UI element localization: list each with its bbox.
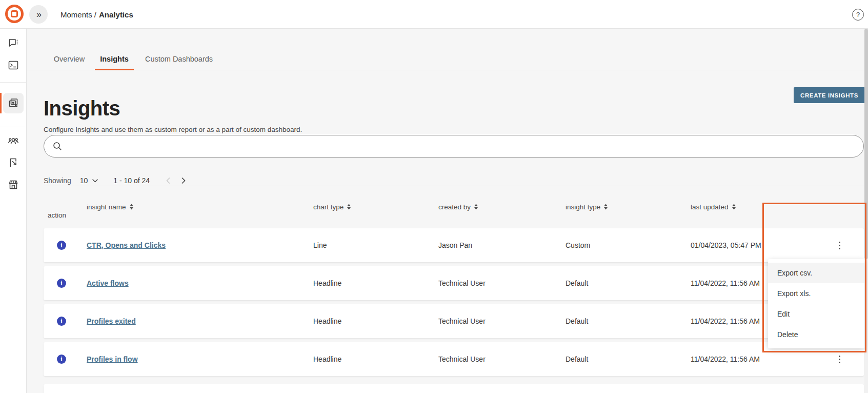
page-description: Configure Insights and use them as custo…: [44, 126, 302, 133]
search-bar[interactable]: [44, 135, 864, 158]
sidebar-separator: [0, 127, 26, 127]
chart-type-cell: Headline: [313, 317, 438, 325]
search-icon: [52, 141, 63, 151]
next-page-button[interactable]: [178, 175, 189, 186]
chart-type-cell: Headline: [313, 279, 438, 287]
sidebar-separator: [0, 82, 26, 83]
moments-flows-icon: [7, 97, 19, 109]
column-label: created by: [438, 203, 471, 211]
page-title: Insights: [44, 95, 120, 122]
insight-name-link[interactable]: CTR, Opens and Clicks: [79, 241, 166, 249]
tab-overview[interactable]: Overview: [49, 49, 90, 70]
table-row: i Active flows Headline Technical User D…: [44, 266, 864, 300]
insight-type-cell: Default: [566, 317, 691, 325]
table-row-partial: [44, 384, 864, 393]
insight-name-link[interactable]: Active flows: [79, 279, 129, 287]
scrollbar-thumb[interactable]: [864, 29, 868, 259]
chevron-down-icon: [92, 179, 98, 183]
tab-custom-dashboards[interactable]: Custom Dashboards: [144, 49, 214, 70]
row-actions-kebab-icon[interactable]: [836, 352, 843, 366]
created-by-cell: Technical User: [438, 279, 566, 287]
chevron-left-icon: [166, 178, 170, 184]
sidebar-item-people[interactable]: [3, 131, 24, 151]
page-size-value: 10: [80, 176, 88, 185]
active-nav-indicator: [0, 93, 2, 113]
insight-name-link[interactable]: Profiles exited: [79, 317, 136, 325]
column-header-chart-type[interactable]: chart type: [313, 203, 438, 211]
insight-name-link[interactable]: Profiles in flow: [79, 355, 138, 363]
prev-page-button[interactable]: [163, 175, 173, 186]
storefront-icon: [7, 179, 19, 191]
terminal-icon: [7, 59, 19, 71]
sidebar-expand-button[interactable]: »: [29, 5, 48, 24]
column-label: action: [48, 211, 66, 219]
sort-icon[interactable]: [732, 204, 736, 210]
info-icon[interactable]: i: [57, 317, 66, 326]
column-header-action: action: [44, 211, 79, 219]
table-row: i Profiles in flow Headline Technical Us…: [44, 342, 864, 376]
info-icon[interactable]: i: [57, 241, 66, 250]
pagination-range: 1 - 10 of 24: [113, 176, 150, 185]
last-updated-cell: 01/04/2023, 05:47 PM: [691, 228, 761, 262]
chevron-right-icon: [181, 178, 186, 184]
people-icon: [7, 135, 19, 147]
column-header-insight-name[interactable]: insight name: [79, 203, 313, 211]
sidebar-item-developer-tools[interactable]: [3, 55, 24, 75]
sidebar-item-marketplace[interactable]: [3, 174, 24, 195]
column-header-created-by[interactable]: created by: [438, 203, 566, 211]
sidebar-nav: [0, 29, 27, 393]
sidebar-item-conversations[interactable]: [3, 33, 24, 53]
table-row: i CTR, Opens and Clicks Line Jason Pan C…: [44, 228, 864, 262]
sort-icon[interactable]: [129, 204, 134, 210]
chat-dots-icon: [7, 37, 19, 49]
last-updated-cell: 11/04/2022, 11:56 AM: [691, 304, 760, 338]
scrollbar-track[interactable]: [864, 29, 868, 393]
infobip-logo-icon: [5, 5, 24, 23]
main-content: Overview Insights Custom Dashboards Insi…: [27, 29, 868, 393]
sort-icon[interactable]: [347, 204, 351, 210]
menu-item-edit[interactable]: Edit: [768, 304, 864, 324]
tab-insights[interactable]: Insights: [95, 49, 134, 70]
search-input[interactable]: [68, 135, 863, 157]
tab-bar: Overview Insights Custom Dashboards: [27, 29, 868, 70]
column-label: chart type: [313, 203, 344, 211]
top-bar: » Moments / Analytics ?: [0, 0, 868, 29]
column-header-last-updated[interactable]: last updated: [691, 203, 864, 211]
table-row: i Profiles exited Headline Technical Use…: [44, 304, 864, 338]
help-icon[interactable]: ?: [852, 9, 864, 21]
breadcrumb: Moments / Analytics: [60, 0, 133, 29]
menu-item-export-csv[interactable]: Export csv.: [768, 263, 864, 283]
showing-label: Showing: [44, 176, 71, 185]
insight-type-cell: Default: [566, 279, 691, 287]
create-insights-button[interactable]: CREATE INSIGHTS: [794, 87, 865, 103]
menu-item-delete[interactable]: Delete: [768, 324, 864, 345]
sort-icon[interactable]: [603, 204, 608, 210]
insight-type-cell: Custom: [566, 241, 691, 249]
row-actions-kebab-icon[interactable]: [836, 239, 843, 252]
column-label: insight type: [566, 203, 600, 211]
sidebar-item-moments[interactable]: [3, 93, 24, 113]
last-updated-cell: 11/04/2022, 11:56 AM: [691, 266, 760, 300]
flag-cursor-icon: [7, 156, 19, 169]
info-icon[interactable]: i: [57, 279, 66, 288]
sort-icon[interactable]: [474, 204, 478, 210]
page-size-select[interactable]: 10: [80, 176, 98, 185]
table-header: insight name chart type created by insig…: [44, 203, 864, 219]
table-top-divider: [44, 186, 864, 186]
last-updated-cell: 11/04/2022, 11:56 AM: [691, 342, 760, 376]
info-icon[interactable]: i: [57, 355, 66, 364]
chart-type-cell: Line: [313, 241, 438, 249]
sidebar-item-pages[interactable]: [3, 152, 24, 173]
created-by-cell: Jason Pan: [438, 241, 566, 249]
row-actions-context-menu: Export csv. Export xls. Edit Delete: [768, 259, 864, 348]
insight-type-cell: Default: [566, 355, 691, 363]
column-label: last updated: [691, 203, 729, 211]
breadcrumb-current: Analytics: [99, 10, 133, 19]
chart-type-cell: Headline: [313, 355, 438, 363]
created-by-cell: Technical User: [438, 317, 566, 325]
breadcrumb-parent[interactable]: Moments /: [60, 10, 96, 19]
menu-item-export-xls[interactable]: Export xls.: [768, 283, 864, 304]
column-header-insight-type[interactable]: insight type: [566, 203, 691, 211]
created-by-cell: Technical User: [438, 355, 566, 363]
column-label: insight name: [87, 203, 126, 211]
